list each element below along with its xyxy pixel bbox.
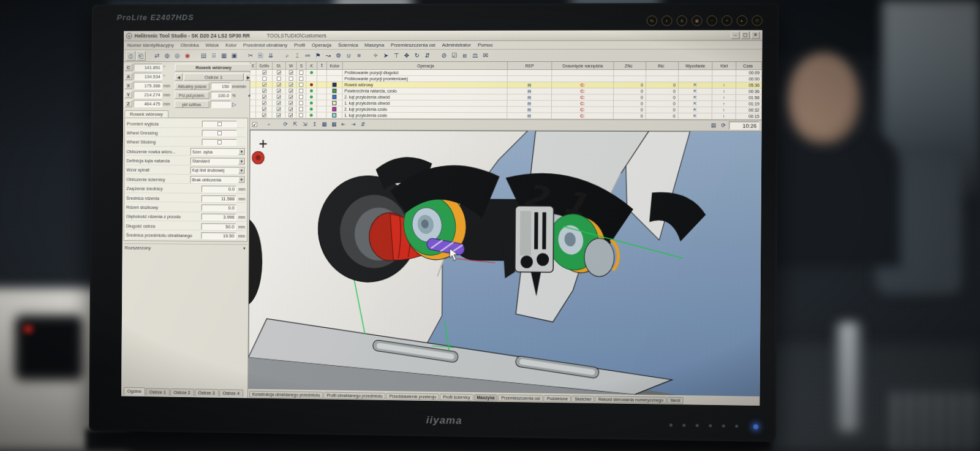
glebokosc-rdzenia-field[interactable]: 3.996 xyxy=(202,214,236,221)
override-value[interactable]: 100.0 xyxy=(211,92,231,99)
move-icon[interactable]: ✥ xyxy=(402,51,412,61)
database-search-icon[interactable]: ◎ xyxy=(173,51,183,61)
print-icon[interactable]: ⎙ xyxy=(126,51,136,61)
zwezenie-field[interactable]: 0.0 xyxy=(202,186,236,192)
probe-icon[interactable]: ⊤ xyxy=(391,51,401,61)
find-icon[interactable]: ⌕ xyxy=(282,51,292,61)
sciernica-calc-select[interactable]: Brak obliczenia▼ xyxy=(190,176,245,183)
step-back-icon[interactable]: ⇤ xyxy=(339,121,348,129)
zoom-in-icon[interactable]: ⇱ xyxy=(291,120,300,128)
param-tab[interactable]: Rowek wiórowy xyxy=(124,110,168,118)
machine-3d-viewport[interactable]: 2 1 xyxy=(248,130,761,396)
override-button[interactable]: Prz.pol.przem. xyxy=(175,91,209,99)
tab-ostrze-1[interactable]: Ostrze 1 xyxy=(146,388,170,395)
curve-icon[interactable]: ↝ xyxy=(323,51,333,61)
menu-kolor[interactable]: Kolor xyxy=(225,42,236,48)
tab-ostrze-4[interactable]: Ostrze 4 xyxy=(219,389,243,396)
view-front-icon[interactable]: ▦ xyxy=(320,121,328,129)
tab-ostrze-3[interactable]: Ostrze 3 xyxy=(195,388,219,396)
wheel-sticking-checkbox[interactable] xyxy=(202,139,236,146)
library-icon[interactable]: ⌸ xyxy=(209,51,219,61)
folder-icon[interactable]: ▦ xyxy=(219,51,229,61)
record-icon[interactable]: ◉ xyxy=(183,51,192,61)
tab-przekroj[interactable]: Przedstawienie przekroju xyxy=(386,393,439,400)
menu-maszyna[interactable]: Maszyna xyxy=(364,42,384,48)
promien-wyjscia-checkbox[interactable] xyxy=(202,121,237,127)
feed-value[interactable]: 150 xyxy=(211,83,231,90)
grind-point-value[interactable] xyxy=(211,100,231,108)
prev-edge-button[interactable]: ◀ xyxy=(175,74,183,81)
tab-maszyna[interactable]: Maszyna xyxy=(473,394,497,401)
clamp-icon[interactable]: ∪ xyxy=(344,51,354,61)
osd-button-auto[interactable]: A xyxy=(677,15,687,26)
dlugosc-ostrza-field[interactable]: 50.0 xyxy=(202,223,236,230)
menu-profil[interactable]: Profil xyxy=(294,42,305,48)
tab-podzielone[interactable]: Podzielone xyxy=(544,395,571,403)
compass-icon[interactable]: ✧ xyxy=(371,51,380,61)
layers-icon[interactable]: ≡ xyxy=(355,51,364,61)
kat-natarcia-select[interactable]: Standard▼ xyxy=(190,157,246,165)
axis-y-button[interactable]: Y xyxy=(124,91,132,98)
box3d-icon[interactable]: ⧈ xyxy=(460,50,470,60)
save-icon[interactable]: ▣ xyxy=(230,51,239,61)
table-row[interactable]: ✔✔✔Próbkowanie pozycji długości00:09 xyxy=(251,70,763,76)
menu-obrobka[interactable]: Obróbka xyxy=(181,42,199,48)
rowka-calc-select[interactable]: Szer. zęba▼ xyxy=(190,148,246,156)
tab-ostrze-2[interactable]: Ostrze 2 xyxy=(170,388,194,396)
tab-przemieszczenia-osi[interactable]: Przemieszczenia osi xyxy=(498,395,543,402)
close-button[interactable]: ✕ xyxy=(751,31,760,39)
play-icon[interactable]: ▷ xyxy=(232,101,236,107)
pointer-icon[interactable]: ➤ xyxy=(381,51,391,61)
menu-administrator[interactable]: Administrator xyxy=(442,42,471,48)
feed-button[interactable]: Aktualny posuw xyxy=(175,83,209,90)
menu-przemieszczenia-osi[interactable]: Przemieszczenia osi xyxy=(391,42,435,48)
spirala-select[interactable]: Kąt linii śrubowej▼ xyxy=(190,167,246,174)
text-cursor-icon[interactable]: ⌶ xyxy=(293,51,303,61)
osd-button-input[interactable]: ⇆ xyxy=(647,15,657,26)
swap-icon[interactable]: ⇵ xyxy=(423,50,432,60)
menu-operacja[interactable]: Operacja xyxy=(312,42,331,48)
srednica-rdzenia-field[interactable]: 11.588 xyxy=(202,195,236,202)
osd-button-select[interactable]: ▸ xyxy=(737,15,748,26)
gear-icon[interactable]: ⚙ xyxy=(334,51,344,61)
tab-ogolne[interactable]: Ogólne xyxy=(124,387,145,395)
srednica-przedmiotu-field[interactable]: 19.50 xyxy=(201,232,236,239)
refresh-icon[interactable]: ⟳ xyxy=(719,121,728,129)
rotate-icon[interactable]: ↻ xyxy=(412,50,422,60)
pan-up-icon[interactable]: ↥ xyxy=(311,120,319,128)
menu-przedmiot-obrabiany[interactable]: Przedmiot obrabiany xyxy=(243,42,287,48)
scales-icon[interactable]: ⚖ xyxy=(470,50,480,60)
axis-z-button[interactable]: Z xyxy=(124,100,132,107)
view-side-icon[interactable]: ▦ xyxy=(330,121,338,129)
mail-icon[interactable]: ✉ xyxy=(481,50,491,60)
axis-x-button[interactable]: X xyxy=(124,82,132,89)
rdzen-stozkowy-field[interactable]: 0.0 xyxy=(202,205,236,211)
tab-sketcher[interactable]: Sketcher xyxy=(571,395,595,403)
menu-widok[interactable]: Widok xyxy=(205,42,219,48)
check-circle-icon[interactable]: ☑ xyxy=(450,50,459,60)
rotate-view-icon[interactable]: ⟳ xyxy=(281,120,290,128)
report-icon[interactable]: ▤ xyxy=(709,121,717,129)
axis-a-button[interactable]: A xyxy=(125,73,133,80)
zoom-out-icon[interactable]: ⇲ xyxy=(301,120,309,128)
tab-profil-przedmiotu[interactable]: Profil obrabianego przedmiotu xyxy=(323,392,385,400)
globe-icon[interactable]: ◍ xyxy=(162,51,172,61)
tab-konstrukcja[interactable]: Konstrukcja obrabianego przedmiotu xyxy=(249,391,323,399)
menu-sciernica[interactable]: Ściernica xyxy=(338,42,358,48)
grind-point-button[interactable]: pkt szlifow. xyxy=(175,100,209,108)
maximize-button[interactable]: ▢ xyxy=(741,31,750,39)
flip-icon[interactable]: ⇵ xyxy=(359,121,368,129)
minimize-button[interactable]: – xyxy=(731,31,739,39)
cut-icon[interactable]: ✂ xyxy=(246,51,255,61)
copy-icon[interactable]: ⎘ xyxy=(256,51,266,61)
viewport-checkbox[interactable]: ✔ xyxy=(252,122,257,127)
tab-profil-sciernicy[interactable]: Profil ściernicy xyxy=(440,393,473,401)
axis-c-button[interactable]: C xyxy=(125,64,133,71)
osd-button-power[interactable]: ⏻ xyxy=(752,15,763,26)
transfer-icon[interactable]: ⇄ xyxy=(152,51,162,61)
lock-icon[interactable]: ⊘ xyxy=(439,50,449,60)
osd-button-menu[interactable]: ▣ xyxy=(692,15,702,26)
wheel-dressing-checkbox[interactable] xyxy=(202,130,237,137)
print-preview-icon[interactable]: ⎗ xyxy=(136,51,146,61)
paste-icon[interactable]: ⇊ xyxy=(266,51,276,61)
